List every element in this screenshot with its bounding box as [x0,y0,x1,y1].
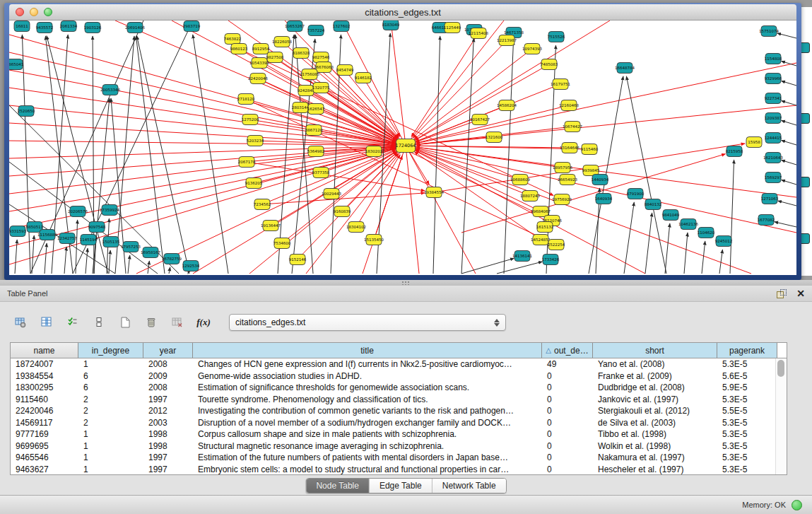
graph-node-label: 12342757 [57,236,77,240]
attribute-table: namein_degreeyeartitle△out_de…shortpager… [10,342,787,475]
scrollbar-thumb[interactable] [777,360,784,377]
column-header-in_degree[interactable]: in_degree [78,343,143,358]
graph-node-label: 9331593 [9,229,27,233]
graph-edge[interactable] [433,36,440,274]
network-canvas[interactable]: 1681194355722061334190312620691406298371… [9,21,796,275]
row-height-icon-button[interactable] [88,313,110,332]
graph-edge[interactable] [45,243,47,274]
graph-edge[interactable] [9,146,406,264]
column-header-short[interactable]: short [593,343,717,358]
graph-edge[interactable] [684,233,688,274]
graph-edge[interactable] [778,201,796,206]
graph-edge[interactable] [413,45,502,138]
graph-edge[interactable] [719,250,722,274]
vertical-scrollbar[interactable] [775,358,787,474]
graph-edge[interactable] [775,222,796,227]
table-row[interactable]: 969969511998Structural magnetic resonanc… [11,440,787,452]
graph-edge[interactable] [781,100,796,105]
table-toolbar: f(x)citations_edges.txt [10,311,506,334]
float-panel-icon[interactable] [777,289,787,298]
graph-edge[interactable] [9,146,406,211]
window-titlebar[interactable]: citations_edges.txt [9,4,796,21]
table-row[interactable]: 946362711997Embryonic stem cells: a mode… [11,464,787,476]
table-selector-dropdown[interactable]: citations_edges.txt [229,314,506,331]
column-editor-icon-button[interactable] [36,313,57,332]
zoom-window-button[interactable] [44,8,52,16]
table-row[interactable]: 1938455462009Genome-wide association stu… [11,370,787,382]
table-row[interactable]: 977716911998Corpus callosum shape and si… [11,428,787,440]
graph-edge[interactable] [781,81,796,86]
graph-node-label: 9097548 [88,225,106,229]
graph-edge[interactable] [730,160,734,274]
graph-edge[interactable] [391,21,406,146]
table-row[interactable]: 2242004622012Investigating the contribut… [11,405,787,417]
delete-table-icon-button[interactable] [141,313,162,332]
graph-edge[interactable] [406,105,796,146]
close-window-button[interactable] [16,8,24,16]
table-row[interactable]: 911546021997Tourette syndrome. Phenomeno… [11,394,787,406]
graph-edge[interactable] [47,36,108,274]
graph-edge[interactable] [269,193,425,204]
graph-edge[interactable] [781,140,796,145]
table-settings-icon-button[interactable] [10,313,31,332]
graph-edge[interactable] [461,38,473,274]
column-header-year[interactable]: year [143,343,193,358]
graph-node-label: 14586204 [497,103,517,107]
graph-edge[interactable] [415,67,543,140]
new-table-icon-button[interactable] [114,313,136,332]
graph-edge[interactable] [645,213,652,274]
select-rows-icon [67,317,78,328]
memory-status-indicator[interactable] [792,500,802,510]
column-header-out_de[interactable]: △out_de… [542,343,593,358]
table-cell: 9463627 [11,464,78,476]
tab-node-table[interactable]: Node Table [306,479,370,493]
graph-edge[interactable] [504,41,514,274]
graph-node-label: 22420046 [248,76,268,81]
graph-edge[interactable] [22,35,30,274]
graph-edge[interactable] [406,63,796,146]
column-header-pagerank[interactable]: pagerank [717,343,777,358]
table-cell: 1998 [143,440,193,452]
graph-edge[interactable] [137,36,189,274]
graph-edge[interactable] [136,36,165,274]
table-cell: 1 [78,452,143,464]
graph-edge[interactable] [86,248,88,274]
graph-edge[interactable] [497,262,542,274]
minimize-window-button[interactable] [30,8,38,16]
graph-edge[interactable] [665,223,670,274]
function-builder-icon-button[interactable]: f(x) [193,313,214,332]
graph-edge[interactable] [626,76,666,274]
graph-edge[interactable] [406,146,751,274]
select-rows-icon-button[interactable] [62,313,83,332]
table-row[interactable]: 946554611997Estimation of the future num… [11,452,787,464]
table-cell: 2012 [143,405,193,417]
graph-edge[interactable] [169,267,170,274]
table-row[interactable]: 1456911722003Disruption of a novel membe… [11,417,787,429]
graph-edge[interactable] [306,146,406,274]
column-header-title[interactable]: title [193,343,542,358]
graph-edge[interactable] [193,35,228,274]
table-row[interactable]: 1872400712008Changes of HCN gene express… [11,358,787,370]
graph-edge[interactable] [781,180,796,185]
graph-edge[interactable] [128,255,130,274]
graph-edge[interactable] [406,21,504,146]
tab-network-table[interactable]: Network Table [433,479,506,493]
graph-node-label: 9146182 [355,76,372,80]
graph-edge[interactable] [777,33,796,38]
graph-edge[interactable] [9,35,406,146]
graph-edge[interactable] [9,88,406,146]
tab-edge-table[interactable]: Edge Table [370,479,433,493]
graph-edge[interactable] [702,241,705,274]
graph-edge[interactable] [64,247,66,274]
graph-edge[interactable] [624,202,634,274]
graph-edge[interactable] [9,141,406,146]
graph-node-label: 1321600 [486,135,503,139]
clear-table-icon-button[interactable] [167,313,188,332]
table-row[interactable]: 1830029562008Estimation of significance … [11,382,787,394]
split-divider[interactable] [0,280,812,286]
graph-edge[interactable] [781,160,796,165]
column-header-name[interactable]: name [11,343,78,358]
split-divider-grip[interactable] [401,281,410,285]
graph-edge[interactable] [781,120,796,125]
close-panel-icon[interactable]: ✕ [796,289,805,298]
